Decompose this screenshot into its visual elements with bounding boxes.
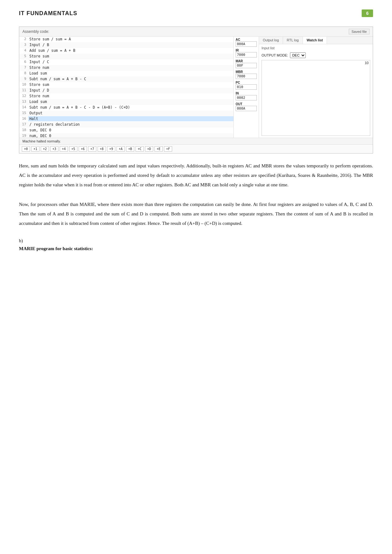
page-title: IT FUNDAMENTALS (19, 10, 77, 17)
line-text: Store num (28, 65, 233, 70)
line-number: 2 (19, 37, 28, 41)
hex-cell: +6 (79, 146, 87, 152)
status-text: Machine halted normally. (22, 139, 61, 143)
code-line: 14Subt num / sum = A + B - C - D = (A+B)… (19, 105, 233, 111)
output-mode-label: OUTPUT MODE: (262, 53, 288, 57)
code-line: 6Input / C (19, 59, 233, 65)
input-list-label: Input list (262, 46, 370, 50)
reg-pc: PC 010 (236, 81, 257, 90)
watch-area[interactable]: 10 (262, 60, 370, 136)
code-line: 17/ registers declaration (19, 122, 233, 128)
code-line: 11Input / D (19, 88, 233, 93)
line-text: Add sum / sum = A + B (28, 48, 233, 53)
line-number: 5 (19, 54, 28, 58)
code-line: 2Store sum / sum = A (19, 37, 233, 42)
line-text: Input / C (28, 59, 233, 64)
line-number: 14 (19, 105, 28, 109)
reg-mbr-value: 7000 (236, 74, 257, 79)
line-text: sum, DEC 0 (28, 128, 233, 133)
reg-ac: AC 000A (236, 38, 257, 47)
line-text: Input / B (28, 42, 233, 47)
page-number: 6 (362, 9, 373, 17)
line-number: 11 (19, 88, 28, 92)
output-mode-select[interactable]: DECHEXBIN (290, 52, 306, 58)
hex-cell: +8 (98, 146, 106, 152)
line-text: Halt (28, 116, 233, 121)
line-text: Store num (28, 93, 233, 99)
line-text: / registers declaration (28, 122, 233, 127)
code-line: 15Output (19, 111, 233, 116)
reg-mar: MAR 00F (236, 59, 257, 68)
tab-rtl-log[interactable]: RTL log (283, 37, 303, 44)
code-line: 4Add sum / sum = A + B (19, 48, 233, 54)
body-paragraph-2: Now, for processors other than MARIE, wh… (19, 200, 373, 228)
reg-out-label: OUT (236, 102, 257, 106)
watch-value: 10 (365, 61, 369, 65)
line-text: Store sum (28, 54, 233, 59)
saved-file-button[interactable]: Saved file (349, 29, 370, 34)
line-number: 19 (19, 133, 28, 138)
section-title: MARIE program for basic statistics: (19, 246, 373, 251)
body-section-2: Now, for processors other than MARIE, wh… (19, 200, 373, 228)
reg-in-value: 0002 (236, 95, 257, 100)
code-line: 19num, DEC 0 (19, 133, 233, 138)
line-text: Load sum (28, 99, 233, 104)
code-line: 16Halt (19, 116, 233, 122)
reg-ir-label: IR (236, 49, 257, 52)
code-line: 7Store num (19, 65, 233, 71)
reg-mar-label: MAR (236, 59, 257, 63)
hex-cell: +B (126, 146, 134, 152)
hex-cell: +3 (50, 146, 58, 152)
hex-cell: +7 (88, 146, 96, 152)
line-number: 16 (19, 116, 28, 121)
right-panel: Output logRTL logWatch list Input list O… (259, 37, 373, 138)
assembly-code-panel[interactable]: 2Store sum / sum = A3Input / B4Add sum /… (19, 37, 234, 138)
line-number: 13 (19, 99, 28, 104)
status-bar: Machine halted normally. (19, 138, 373, 144)
hex-cell: +2 (41, 146, 49, 152)
tab-content: Input list OUTPUT MODE: DECHEXBIN 10 (259, 44, 373, 138)
tab-watch-list[interactable]: Watch list (303, 37, 327, 44)
reg-in: IN 0002 (236, 92, 257, 100)
tab-output-log[interactable]: Output log (259, 37, 283, 44)
reg-mar-value: 00F (236, 63, 257, 68)
reg-ir: IR 7000 (236, 49, 257, 57)
code-line: 8Load sum (19, 71, 233, 76)
line-number: 9 (19, 76, 28, 81)
hex-cell: +5 (69, 146, 77, 152)
body-paragraph-1: Here, sum and num holds the temporary ca… (19, 161, 373, 190)
registers-panel: AC 000A IR 7000 MAR 00F MBR 7000 PC 010 … (234, 37, 259, 138)
line-text: Input / D (28, 88, 233, 93)
line-number: 15 (19, 111, 28, 115)
assembly-label: Assembly code: (22, 29, 49, 34)
code-line: 13Load sum (19, 99, 233, 105)
reg-pc-value: 010 (236, 84, 257, 90)
reg-ac-value: 000A (236, 41, 257, 47)
reg-in-label: IN (236, 92, 257, 95)
output-mode-row: OUTPUT MODE: DECHEXBIN (262, 52, 370, 58)
line-number: 7 (19, 65, 28, 69)
line-number: 6 (19, 59, 28, 64)
sim-top-bar: Assembly code: Saved file (19, 27, 373, 37)
hex-cell: +0 (22, 146, 30, 152)
reg-out: OUT 000A (236, 102, 257, 111)
line-text: num, DEC 0 (28, 133, 233, 138)
line-text: Load sum (28, 71, 233, 76)
code-line: 9Subt num / sum = A + B - C (19, 76, 233, 82)
line-text: Subt num / sum = A + B - C - D = (A+B) -… (28, 105, 233, 110)
code-line: 3Input / B (19, 42, 233, 48)
hex-cell: +E (154, 146, 163, 152)
section-b-label: b) (19, 238, 373, 244)
hex-cell: +F (164, 146, 172, 152)
reg-ac-label: AC (236, 38, 257, 41)
hex-cell: +9 (107, 146, 115, 152)
reg-mbr: MBR 7000 (236, 70, 257, 79)
hex-cell: +C (136, 146, 144, 152)
line-text: Subt num / sum = A + B - C (28, 76, 233, 81)
line-text: Store sum (28, 82, 233, 87)
sim-body: 2Store sum / sum = A3Input / B4Add sum /… (19, 37, 373, 138)
line-number: 12 (19, 93, 28, 98)
body-section-1: Here, sum and num holds the temporary ca… (19, 161, 373, 190)
page-header: IT FUNDAMENTALS 6 (19, 9, 373, 17)
hex-cell: +4 (60, 146, 68, 152)
